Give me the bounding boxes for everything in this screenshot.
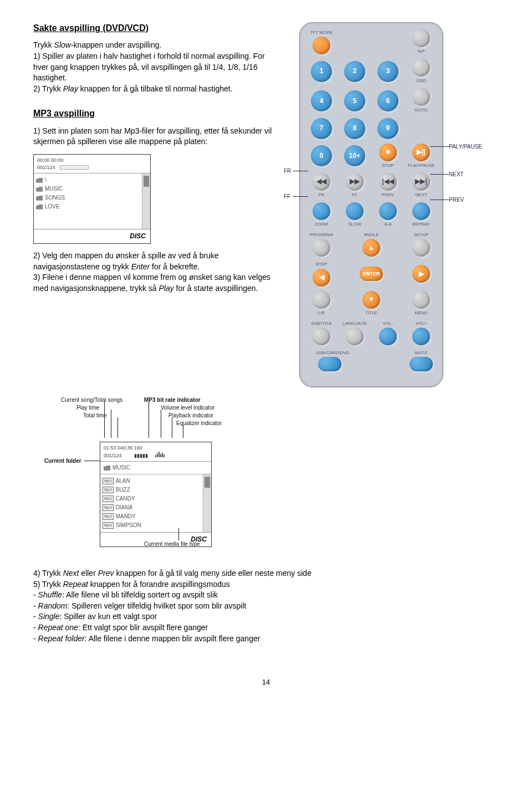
label-step: STEP: [308, 261, 335, 267]
callout-playpause: PALY/PAUSE: [449, 143, 482, 151]
item-label: LOVE: [45, 203, 60, 211]
goto-button: [412, 88, 430, 106]
fr-button: ◀◀: [313, 173, 330, 191]
callout-fr: FR: [284, 167, 291, 175]
list-item: LOVE: [36, 202, 140, 211]
header-line1: 01:53 040:36 160: [104, 445, 142, 451]
ann-play-time: Play time: [76, 404, 99, 412]
repeat-button: [412, 202, 430, 220]
text: : Alle filene vil bli tilfeldig sortert …: [62, 590, 218, 599]
disc-footer: DISC: [34, 229, 150, 243]
program-button: [313, 239, 330, 257]
text: : Spiller av kun ett valgt spor: [59, 612, 157, 621]
label-repeat: REPEAT: [407, 221, 435, 227]
label-angle: ANGLE: [357, 232, 385, 238]
num-0-button: 0: [311, 145, 332, 166]
disc-browser-1: 00:00 00:00 001/124 \ MUSIC SONGS LOVE D…: [33, 154, 151, 244]
text: knappen for å forandre avspillingsmodus: [88, 580, 230, 589]
eq-icon: [155, 452, 165, 457]
title-down-button: ▼: [362, 291, 380, 309]
ann-playback: Playback indicator: [168, 412, 213, 420]
label-program: PROGRAM: [308, 232, 335, 238]
folder-icon: [36, 178, 43, 183]
prev-word: Prev: [98, 569, 114, 578]
ab-button: [379, 202, 397, 220]
label-np: N/P: [407, 48, 435, 54]
num-8-button: 8: [344, 118, 365, 139]
slow-word: Slow: [54, 40, 71, 49]
callout-ff: FF: [284, 193, 290, 201]
mp3-icon: Mp3: [103, 478, 114, 484]
mp3-icon: Mp3: [103, 513, 114, 520]
label-menu: MENU: [407, 310, 435, 316]
text: -: [33, 623, 38, 632]
disc-time: 00:00 00:00: [37, 157, 64, 163]
volp-button: [412, 328, 430, 345]
list-item: SONGS: [36, 193, 140, 202]
text: 1) Sett inn platen som har Mp3-filer for…: [33, 126, 277, 147]
text: 4) Trykk: [33, 569, 63, 578]
callout-next: NEXT: [449, 171, 464, 178]
text: -knappen under avspilling.: [71, 40, 161, 49]
mp3-icon: Mp3: [103, 504, 114, 511]
repeat-word: Repeat: [63, 580, 88, 589]
label-mute: MUTE: [407, 350, 435, 356]
num-2-button: 2: [344, 61, 365, 82]
usb-button: [318, 357, 341, 371]
num-3-button: 3: [377, 61, 398, 82]
list-item: Mp3DIANA: [103, 503, 201, 512]
mp3-icon: Mp3: [103, 495, 114, 502]
progress-bar: [60, 165, 89, 170]
heading-sakte: Sakte avspilling (DVD/VCD): [33, 22, 277, 34]
num-7-button: 7: [311, 118, 332, 139]
repeatone-word: Repeat one: [38, 623, 78, 632]
track-label: ALAN: [116, 477, 130, 485]
label-ab: A-B: [374, 221, 402, 227]
label-slow: SLOW: [341, 221, 369, 227]
num-4-button: 4: [311, 90, 332, 111]
label-title: TITLE: [357, 310, 385, 316]
folder-icon: [104, 466, 110, 471]
section-sakte: Trykk Slow-knappen under avspilling. 1) …: [33, 40, 277, 94]
label-usb: USB/CARD/DVD: [316, 350, 344, 356]
label-lr: L/R: [308, 310, 335, 316]
shuffle-word: Shuffle: [38, 590, 63, 599]
enter-word: Enter: [131, 262, 150, 271]
label-fr: FR: [308, 192, 335, 198]
item-label: MUSIC: [45, 185, 63, 193]
list-item: Mp3ALAN: [103, 477, 201, 486]
num-10plus-button: 10+: [344, 145, 365, 166]
label-zoom: ZOOM: [308, 221, 335, 227]
slow-button: [346, 202, 364, 220]
item-label: SONGS: [45, 194, 65, 202]
next-button: ▶▶|: [412, 173, 430, 191]
text: -: [33, 634, 38, 643]
prev-button: |◀◀: [379, 173, 397, 191]
list-item: Mp3MANDY: [103, 512, 201, 521]
num-5-button: 5: [344, 90, 365, 111]
label-osd: OSD: [407, 78, 435, 84]
next-word: Next: [63, 569, 79, 578]
play-word: Play: [158, 284, 173, 293]
label-next: NEXT: [407, 192, 435, 198]
label-prev: PREV: [374, 192, 402, 198]
current-folder-row: MUSIC: [104, 463, 208, 472]
label-volp: VOL+: [407, 320, 435, 326]
track-label: SIMPSON: [116, 522, 141, 529]
text: 2) Trykk: [33, 84, 63, 93]
ff-button: ▶▶: [346, 173, 364, 191]
text: knappen for å gå til valg meny side elle…: [114, 569, 311, 578]
label-tft: TFT MODE: [308, 29, 335, 35]
text: for å starte avspillingen.: [174, 284, 258, 293]
text: -: [33, 590, 38, 599]
text: 5) Trykk: [33, 580, 63, 589]
subtitle-button: [313, 328, 330, 345]
right-button: ▶: [412, 265, 430, 283]
ann-bitrate: MP3 bit rate indicator: [144, 396, 201, 404]
mute-button: [410, 357, 433, 371]
list-item: Mp3BUZZ: [103, 486, 201, 494]
menu-button: [412, 291, 430, 309]
text: eller: [79, 569, 98, 578]
label-setup: SETUP: [407, 232, 435, 238]
ann-total-time: Total time: [83, 412, 107, 420]
